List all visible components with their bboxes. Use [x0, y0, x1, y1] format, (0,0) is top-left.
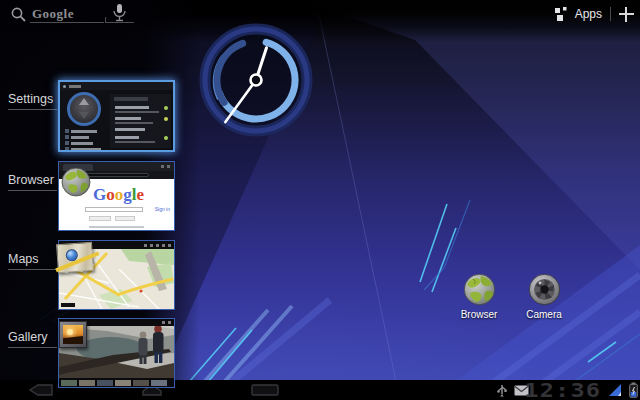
top-right-corner: Apps — [555, 3, 634, 25]
analog-clock-widget[interactable] — [196, 20, 316, 140]
corner-divider — [610, 7, 611, 21]
search-box — [85, 207, 143, 212]
settings-menu-list — [65, 129, 107, 150]
gallery-app-icon-overlay — [59, 321, 87, 348]
shortcut-camera[interactable]: Camera — [512, 273, 576, 320]
clock-center — [251, 75, 262, 86]
recent-label-maps: Maps — [8, 252, 58, 266]
apps-label: Apps — [575, 7, 602, 21]
label-underline — [8, 347, 57, 348]
gallery-filmstrip — [59, 378, 174, 387]
status-cluster[interactable]: 12:36 — [497, 380, 638, 400]
sign-in-link: Sign in — [155, 206, 170, 212]
microphone-icon[interactable] — [112, 4, 127, 22]
home-screen: Google Apps — [0, 0, 640, 400]
settings-titlebar — [60, 82, 173, 90]
maps-app-icon-overlay — [56, 242, 94, 273]
thumbnail-settings[interactable] — [58, 80, 175, 152]
camera-lens-icon — [528, 273, 561, 306]
shortcut-browser[interactable]: Browser — [447, 273, 511, 320]
battery-icon — [629, 382, 638, 398]
thumbnail-browser[interactable]: Google Sign in — [58, 161, 175, 231]
apps-grid-icon — [555, 7, 569, 21]
globe-icon — [463, 273, 496, 306]
shortcut-label-camera: Camera — [512, 309, 576, 320]
map-label — [61, 303, 75, 307]
magnifier-icon — [10, 6, 27, 23]
thumbnail-gallery[interactable] — [58, 318, 175, 388]
thumbnail-maps[interactable] — [58, 240, 175, 310]
apps-button[interactable]: Apps — [555, 7, 602, 21]
browser-app-icon-overlay — [61, 167, 91, 201]
search-button — [89, 216, 111, 221]
label-underline — [8, 190, 57, 191]
google-search-widget[interactable]: Google — [6, 3, 136, 25]
settings-dial — [67, 92, 101, 126]
signal-icon — [608, 383, 622, 397]
recent-label-browser: Browser — [8, 173, 58, 187]
lucky-button — [115, 216, 135, 221]
shortcut-label-browser: Browser — [447, 309, 511, 320]
footer-links — [89, 226, 144, 228]
google-logo: Google — [93, 185, 144, 205]
recent-apps-panel: Settings — [0, 0, 190, 400]
search-underline — [30, 22, 104, 23]
usb-icon — [497, 384, 507, 397]
recent-label-gallery: Gallery — [8, 330, 58, 344]
recent-apps-icon[interactable] — [250, 383, 280, 397]
settings-detail-pane — [110, 94, 171, 148]
recent-label-settings: Settings — [8, 92, 58, 106]
label-underline — [8, 109, 57, 110]
search-provider-label: Google — [32, 6, 74, 22]
system-clock: 12:36 — [524, 380, 601, 400]
mic-underline — [106, 22, 134, 23]
plus-icon[interactable] — [619, 7, 634, 22]
label-underline — [8, 269, 57, 270]
top-bar: Google Apps — [0, 0, 640, 28]
